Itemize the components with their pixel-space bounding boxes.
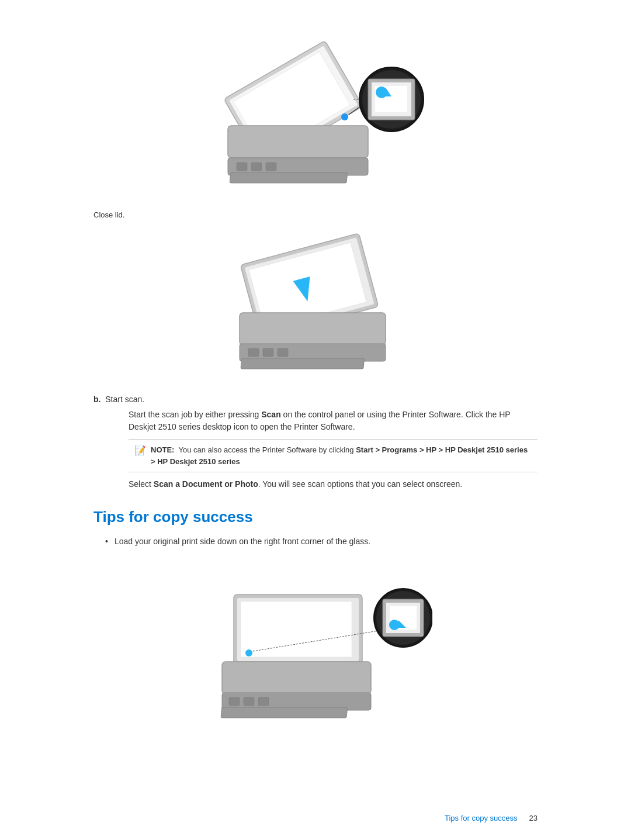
- tips-list-item-1: Load your original print side down on th…: [105, 535, 538, 548]
- svg-rect-27: [278, 348, 288, 357]
- note-text: NOTE: You can also access the Printer So…: [151, 444, 532, 467]
- note-icon: 📝: [134, 445, 146, 456]
- step-b: b. Start scan. Start the scan job by eit…: [93, 395, 538, 490]
- printer-svg-bottom: [199, 559, 432, 723]
- svg-rect-25: [248, 348, 259, 357]
- svg-point-32: [245, 649, 252, 656]
- footer-page-number: 23: [529, 814, 538, 822]
- svg-rect-33: [222, 662, 371, 694]
- tips-section: Tips for copy success Load your original…: [93, 508, 538, 723]
- printer-illustration-top: [93, 35, 538, 199]
- tips-list: Load your original print side down on th…: [105, 535, 538, 548]
- close-lid-label: Close lid.: [93, 210, 538, 219]
- svg-rect-7: [266, 163, 276, 171]
- svg-rect-37: [258, 697, 269, 706]
- select-scan-line: Select Scan a Document or Photo. You wil…: [129, 478, 538, 490]
- printer-svg-mid: [210, 231, 421, 383]
- svg-point-45: [389, 620, 400, 630]
- footer-link: Tips for copy success: [445, 814, 518, 822]
- svg-rect-23: [240, 313, 386, 345]
- svg-rect-6: [251, 163, 262, 171]
- step-b-description: Start the scan job by either pressing Sc…: [129, 409, 538, 433]
- note-box: 📝 NOTE: You can also access the Printer …: [129, 439, 538, 472]
- svg-rect-3: [228, 126, 368, 158]
- page-footer: Tips for copy success 23: [445, 814, 538, 822]
- svg-rect-36: [244, 697, 254, 706]
- step-b-header: b. Start scan.: [93, 395, 538, 404]
- tips-heading: Tips for copy success: [93, 508, 538, 526]
- svg-rect-38: [221, 707, 348, 718]
- printer-illustration-bottom: [93, 559, 538, 723]
- svg-rect-28: [241, 358, 365, 369]
- svg-rect-26: [263, 348, 273, 357]
- svg-rect-8: [230, 172, 348, 183]
- svg-rect-5: [237, 163, 247, 171]
- printer-illustration-mid: [93, 231, 538, 383]
- printer-svg-top: [193, 35, 438, 199]
- svg-rect-35: [229, 697, 240, 706]
- svg-point-9: [341, 113, 348, 120]
- svg-rect-31: [241, 602, 352, 657]
